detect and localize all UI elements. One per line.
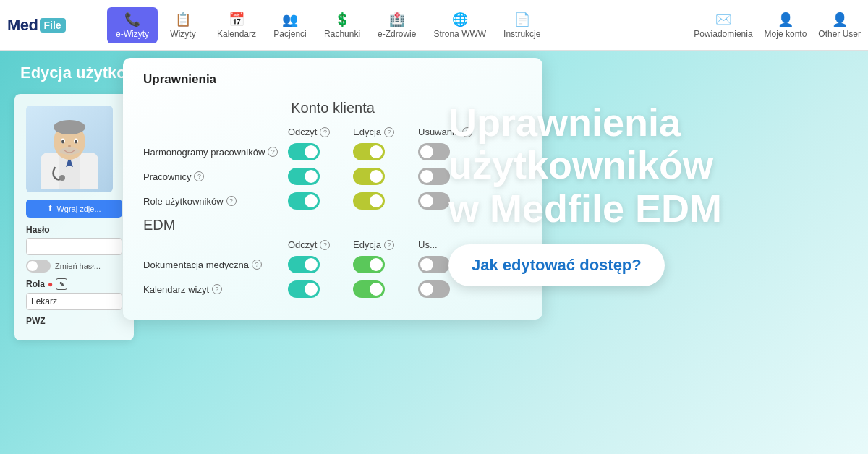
zmien-haslo-row: Zmień hasł... xyxy=(26,260,122,273)
pracownicy-help-icon[interactable]: ? xyxy=(194,171,204,181)
harmonogramy-toggles xyxy=(288,143,483,160)
usuwanie-help-icon[interactable]: ? xyxy=(462,127,472,137)
nav-item-e-wizyty[interactable]: 📞 e-Wizyty xyxy=(107,7,158,43)
harmonogramy-edycja-wrap xyxy=(353,143,418,160)
pracownicy-toggles xyxy=(288,168,483,185)
nav-label-e-wizyty: e-Wizyty xyxy=(116,29,149,39)
role-toggles xyxy=(288,192,483,210)
nav-moje-konto[interactable]: 👤 Moje konto xyxy=(765,12,807,39)
kalendarz-odczyt-toggle[interactable] xyxy=(288,280,320,298)
edycja-help-icon[interactable]: ? xyxy=(384,127,394,137)
edm-odczyt-help-icon[interactable]: ? xyxy=(320,240,330,250)
nav-item-rachunki[interactable]: 💲 Rachunki xyxy=(315,7,369,43)
pracownicy-odczyt-toggle[interactable] xyxy=(288,168,320,185)
zmien-haslo-toggle[interactable] xyxy=(26,260,51,273)
users-icon: 👥 xyxy=(282,12,298,27)
nav-item-strona-www[interactable]: 🌐 Strona WWW xyxy=(425,7,495,43)
kalendarz-help-icon[interactable]: ? xyxy=(212,284,222,294)
role-label: Role użytkowników ? xyxy=(143,196,288,207)
role-usuwanie-wrap xyxy=(418,192,483,210)
role-odczyt-wrap xyxy=(288,192,353,210)
haslo-label: Hasło xyxy=(26,225,122,235)
nav-label-other-user: Other User xyxy=(818,29,861,39)
perm-row-role: Role użytkowników ? xyxy=(143,192,522,210)
nav-right: ✉️ Powiadomienia 👤 Moje konto 👤 Other Us… xyxy=(694,12,861,39)
kalendarz-label: Kalendarz wizyt ? xyxy=(143,284,288,295)
pracownicy-usuwanie-wrap xyxy=(418,168,483,185)
upload-photo-button[interactable]: ⬆ Wgraj zdje... xyxy=(26,200,122,218)
rola-input[interactable] xyxy=(26,293,122,310)
svg-point-7 xyxy=(61,140,64,144)
dokumentacja-usuwanie-toggle[interactable] xyxy=(418,256,450,273)
svg-point-8 xyxy=(75,140,77,144)
odczyt-help-icon[interactable]: ? xyxy=(320,127,330,137)
nav-label-pacjenci: Pacjenci xyxy=(273,29,306,39)
pwz-label: PWZ xyxy=(26,316,122,326)
role-odczyt-toggle[interactable] xyxy=(288,192,320,210)
col-headers: Odczyt ? Edycja ? Usuwanie ? xyxy=(288,127,522,137)
nav-label-e-zdrowie: e-Zdrowie xyxy=(378,29,416,39)
harmonogramy-odczyt-toggle[interactable] xyxy=(288,143,320,160)
nav-label-kalendarz: Kalendarz xyxy=(217,29,256,39)
konto-section-title: Konto klienta xyxy=(143,100,522,116)
col-header-usuwanie: Usuwanie ? xyxy=(418,127,483,137)
dokumentacja-help-icon[interactable]: ? xyxy=(252,260,262,270)
cta-button[interactable]: Jak edytować dostęp? xyxy=(448,244,665,286)
role-help-icon[interactable]: ? xyxy=(226,196,237,206)
nav-item-instrukcje[interactable]: 📄 Instrukcje xyxy=(495,7,549,43)
dokumentacja-edycja-toggle[interactable] xyxy=(353,256,385,273)
upload-btn-label: Wgraj zdje... xyxy=(56,205,101,213)
pracownicy-edycja-wrap xyxy=(353,168,418,185)
nav-label-powiadomienia: Powiadomienia xyxy=(694,29,752,39)
user-icon: 👤 xyxy=(778,12,793,27)
nav-other-user[interactable]: 👤 Other User xyxy=(818,12,861,39)
role-edycja-toggle[interactable] xyxy=(353,192,385,210)
user2-icon: 👤 xyxy=(832,12,848,27)
dokumentacja-odczyt-toggle[interactable] xyxy=(288,256,320,273)
role-usuwanie-toggle[interactable] xyxy=(418,192,450,210)
edm-section-title: EDM xyxy=(143,217,522,234)
nav-label-rachunki: Rachunki xyxy=(324,29,360,39)
kalendarz-edycja-toggle[interactable] xyxy=(353,280,385,298)
rola-label: Rola ● ✎ xyxy=(26,278,122,290)
modal-title: Uprawnienia xyxy=(143,72,522,87)
pracownicy-edycja-toggle[interactable] xyxy=(353,168,385,185)
health-icon: 🏥 xyxy=(389,12,405,27)
col-header-edycja: Edycja ? xyxy=(353,127,418,137)
nav-item-wizyty[interactable]: 📋 Wizyty xyxy=(158,7,208,43)
edm-edycja-help-icon[interactable]: ? xyxy=(384,240,394,250)
phone-icon: 📞 xyxy=(124,12,140,27)
nav-label-wizyty: Wizyty xyxy=(170,29,195,39)
role-edit-icon[interactable]: ✎ xyxy=(56,278,67,290)
pracownicy-usuwanie-toggle[interactable] xyxy=(418,168,450,185)
nav-items: 📞 e-Wizyty 📋 Wizyty 📅 Kalendarz 👥 Pacjen… xyxy=(107,7,694,43)
nav-item-pacjenci[interactable]: 👥 Pacjenci xyxy=(265,7,315,43)
calendar-icon: 📅 xyxy=(229,12,244,27)
pracownicy-odczyt-wrap xyxy=(288,168,353,185)
nav-powiadomienia[interactable]: ✉️ Powiadomienia xyxy=(694,12,752,39)
doctor-photo xyxy=(26,106,113,192)
nav-item-e-zdrowie[interactable]: 🏥 e-Zdrowie xyxy=(369,7,425,43)
kalendarz-odczyt-wrap xyxy=(288,280,353,298)
col-header-odczyt: Odczyt ? xyxy=(288,127,353,137)
svg-point-4 xyxy=(54,120,85,134)
doc-icon: 📄 xyxy=(514,12,530,27)
logo[interactable]: Med File xyxy=(7,16,101,35)
harmonogramy-edycja-toggle[interactable] xyxy=(353,143,385,160)
zmien-haslo-label: Zmień hasł... xyxy=(55,262,101,270)
harmonogramy-usuwanie-toggle[interactable] xyxy=(418,143,450,160)
nav-label-instrukcje: Instrukcje xyxy=(503,29,540,39)
role-edycja-wrap xyxy=(353,192,418,210)
nav-item-kalendarz[interactable]: 📅 Kalendarz xyxy=(208,7,265,43)
svg-point-9 xyxy=(68,145,71,147)
nav-label-moje-konto: Moje konto xyxy=(765,29,807,39)
kalendarz-toggles xyxy=(288,280,483,298)
nav-label-strona-www: Strona WWW xyxy=(433,29,486,39)
rola-required-icon: ● xyxy=(48,279,53,289)
logo-file: File xyxy=(40,18,66,33)
haslo-input[interactable] xyxy=(26,238,122,255)
kalendarz-usuwanie-toggle[interactable] xyxy=(418,280,450,298)
harmonogramy-help-icon[interactable]: ? xyxy=(268,147,278,157)
edm-col-header-odczyt: Odczyt ? xyxy=(288,239,353,250)
globe-icon: 🌐 xyxy=(452,12,468,27)
